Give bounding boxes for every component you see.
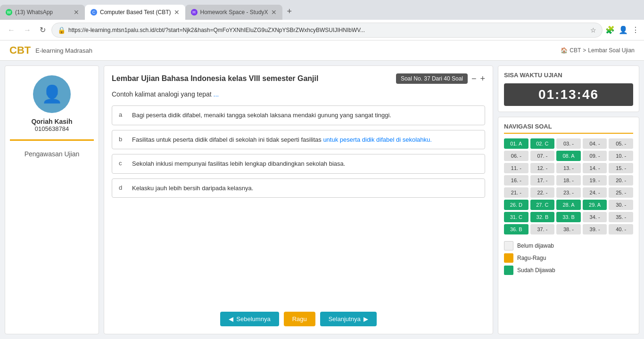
timer-display: 01:13:46 — [504, 83, 633, 106]
prev-label: Sebelumnya — [236, 315, 270, 323]
tab-homework-close[interactable]: ✕ — [271, 8, 277, 16]
nav-cell-40[interactable]: 40. - — [609, 224, 633, 234]
tab-whatsapp[interactable]: W (13) WhatsApp ✕ — [0, 5, 85, 20]
homework-favicon: H — [191, 9, 198, 16]
nav-cell-18[interactable]: 18. - — [556, 175, 581, 186]
nav-cell-28[interactable]: 28. A — [556, 200, 581, 210]
prev-button[interactable]: ◀ Sebelumnya — [220, 312, 279, 326]
nav-cell-5[interactable]: 05. - — [609, 138, 633, 149]
nav-cell-15[interactable]: 15. - — [609, 163, 633, 173]
nav-cell-2[interactable]: 02. C — [530, 138, 555, 149]
nav-cell-11[interactable]: 11. - — [504, 163, 528, 173]
legend-green: Sudah Dijawab — [504, 266, 633, 275]
nav-cell-31[interactable]: 31. C — [504, 212, 528, 222]
nav-cell-10[interactable]: 10. - — [609, 151, 633, 161]
nav-cell-4[interactable]: 04. - — [583, 138, 607, 149]
nav-cell-6[interactable]: 06. - — [504, 151, 528, 161]
expand-button[interactable]: + — [480, 74, 485, 84]
option-b[interactable]: b Fasilitas untuk peserta didik difabel … — [112, 130, 485, 150]
new-tab-button[interactable]: + — [282, 7, 297, 16]
option-c-text: Sekolah inklusi mempunyai fasilitas lebi… — [132, 159, 345, 169]
tab-homework-label: Homework Space - StudyX — [200, 9, 268, 16]
question-link[interactable]: ... — [214, 90, 219, 98]
nav-cell-14[interactable]: 14. - — [583, 163, 607, 173]
nav-cell-23[interactable]: 23. - — [556, 187, 581, 198]
nav-cell-21[interactable]: 21. - — [504, 187, 528, 198]
option-b-text: Fasilitas untuk peserta didik difabel di… — [132, 135, 432, 145]
nav-cell-34[interactable]: 34. - — [583, 212, 607, 222]
nav-cell-17[interactable]: 17. - — [530, 175, 555, 186]
legend-empty-label: Belum dijawab — [517, 242, 554, 249]
nav-bar: ← → ↻ 🔒 https://e-learning.mtsn1palu.sch… — [0, 20, 644, 40]
ragu-button[interactable]: Ragu — [284, 312, 315, 326]
option-c-letter: c — [119, 160, 125, 167]
breadcrumb-cbt[interactable]: CBT — [570, 47, 581, 54]
nav-cell-20[interactable]: 20. - — [609, 175, 633, 186]
nav-cell-36[interactable]: 36. B — [504, 224, 528, 234]
nav-cell-19[interactable]: 19. - — [583, 175, 607, 186]
nav-cell-1[interactable]: 01. A — [504, 138, 528, 149]
menu-button[interactable]: ⋮ — [632, 25, 639, 34]
nav-cell-8[interactable]: 08. A — [556, 151, 581, 161]
url-text: https://e-learning.mtsn1palu.sch.id/cbt/… — [68, 27, 587, 33]
nav-cell-38[interactable]: 38. - — [556, 224, 581, 234]
main-content: 👤 Qoriah Kasih 0105638784 Pengawasan Uji… — [0, 61, 644, 339]
pengawasan-label: Pengawasan Ujian — [20, 145, 84, 162]
next-button[interactable]: Selanjutnya ▶ — [320, 312, 377, 326]
nav-cell-7[interactable]: 07. - — [530, 151, 555, 161]
nav-cell-12[interactable]: 12. - — [530, 163, 555, 173]
nav-cell-27[interactable]: 27. C — [530, 200, 555, 210]
option-d[interactable]: d Kelasku jauh lebih bersih daripada kel… — [112, 178, 485, 198]
nav-cell-32[interactable]: 32. B — [530, 212, 555, 222]
prev-icon: ◀ — [229, 315, 233, 323]
bookmark-icon: ☆ — [590, 26, 596, 34]
nav-cell-9[interactable]: 09. - — [583, 151, 607, 161]
nav-cell-13[interactable]: 13. - — [556, 163, 581, 173]
forward-button[interactable]: → — [21, 24, 34, 36]
option-a-letter: a — [119, 111, 125, 118]
avatar-icon: 👤 — [41, 84, 63, 104]
tab-cbt-close[interactable]: ✕ — [174, 8, 180, 16]
nav-cell-30[interactable]: 30. - — [609, 200, 633, 210]
profile-button[interactable]: 👤 — [619, 25, 628, 34]
legend-empty: Belum dijawab — [504, 241, 633, 250]
reload-button[interactable]: ↻ — [37, 24, 49, 36]
top-bar: CBT E-learning Madrasah 🏠 CBT > Lembar S… — [0, 40, 644, 61]
option-d-letter: d — [119, 184, 125, 191]
nav-cell-16[interactable]: 16. - — [504, 175, 528, 186]
back-button[interactable]: ← — [5, 24, 18, 36]
question-text: Contoh kalimat analogi yang tepat ... — [112, 90, 485, 98]
quiz-title: Lembar Ujian Bahasa Indonesia kelas VIII… — [112, 74, 318, 83]
extensions-button[interactable]: 🧩 — [605, 25, 615, 34]
nav-cell-3[interactable]: 03. - — [556, 138, 581, 149]
nav-cell-33[interactable]: 33. B — [556, 212, 581, 222]
cbt-favicon: C — [91, 9, 97, 16]
nav-cell-25[interactable]: 25. - — [609, 187, 633, 198]
nav-cell-26[interactable]: 26. D — [504, 200, 528, 210]
legend: Belum dijawab Ragu-Ragu Sudah Dijawab — [504, 241, 633, 275]
option-d-text: Kelasku jauh lebih bersih daripada kelas… — [132, 184, 253, 193]
nav-cell-22[interactable]: 22. - — [530, 187, 555, 198]
option-c[interactable]: c Sekolah inklusi mempunyai fasilitas le… — [112, 154, 485, 174]
option-a[interactable]: a Bagi peserta didik difabel, menaiki ta… — [112, 105, 485, 125]
nav-cell-29[interactable]: 29. A — [583, 200, 607, 210]
nav-cell-24[interactable]: 24. - — [583, 187, 607, 198]
tab-cbt[interactable]: C Computer Based Test (CBT) ✕ — [85, 5, 185, 20]
nav-cell-39[interactable]: 39. - — [583, 224, 607, 234]
tab-homework[interactable]: H Homework Space - StudyX ✕ — [185, 5, 282, 20]
breadcrumb-current: Lembar Soal Ujian — [588, 47, 635, 54]
nav-cell-37[interactable]: 37. - — [530, 224, 555, 234]
legend-orange-label: Ragu-Ragu — [517, 255, 546, 261]
breadcrumb-sep: > — [583, 47, 586, 54]
minimize-button[interactable]: − — [471, 74, 477, 84]
quiz-area: Lembar Ujian Bahasa Indonesia kelas VIII… — [104, 65, 493, 334]
user-name: Qoriah Kasih — [31, 118, 72, 125]
breadcrumb: 🏠 CBT > Lembar Soal Ujian — [561, 47, 635, 54]
quiz-footer: ◀ Sebelumnya Ragu Selanjutnya ▶ — [112, 312, 485, 326]
options-list: a Bagi peserta didik difabel, menaiki ta… — [112, 105, 485, 304]
url-bar[interactable]: 🔒 https://e-learning.mtsn1palu.sch.id/cb… — [51, 23, 603, 38]
nav-cell-35[interactable]: 35. - — [609, 212, 633, 222]
legend-green-label: Sudah Dijawab — [517, 267, 555, 274]
tab-whatsapp-close[interactable]: ✕ — [74, 8, 79, 16]
sidebar-divider — [10, 139, 94, 141]
